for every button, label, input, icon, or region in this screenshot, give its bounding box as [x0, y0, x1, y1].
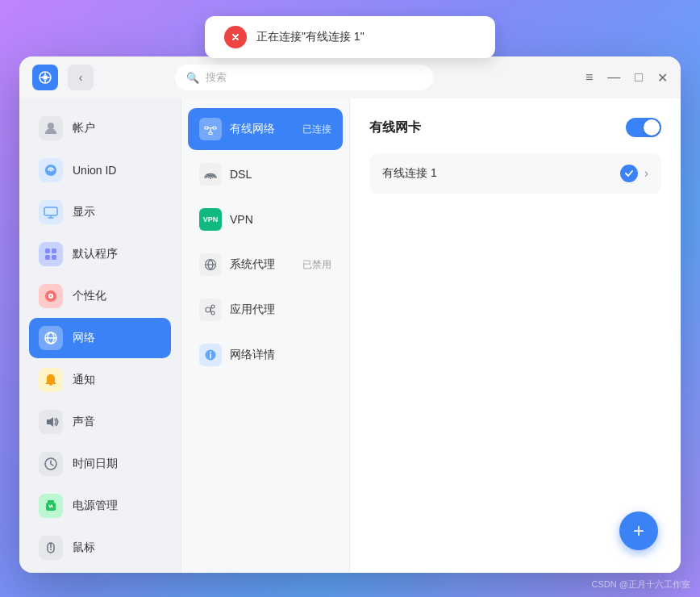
- sidebar-item-notification[interactable]: 通知: [29, 360, 171, 400]
- middle-panel: 有线网络 已连接 DSL VPN: [181, 98, 350, 573]
- right-title: 有线网卡: [369, 119, 421, 136]
- middle-label-vpn: VPN: [230, 213, 253, 226]
- middle-item-proxy-system[interactable]: 系统代理 已禁用: [188, 244, 343, 286]
- wired-badge: 已连接: [302, 123, 331, 136]
- middle-label-proxy-app: 应用代理: [230, 303, 275, 317]
- window-controls: ≡ — □ ✕: [585, 70, 668, 86]
- connection-arrow-icon: ›: [644, 166, 648, 181]
- content-area: 帐户 Union ID: [19, 98, 681, 573]
- add-icon: +: [633, 521, 644, 541]
- main-window: ‹ 🔍 搜索 ≡ — □ ✕ 帐户: [19, 56, 681, 573]
- right-panel: 有线网卡 有线连接 1 › +: [350, 98, 681, 573]
- svg-rect-25: [205, 127, 208, 129]
- right-header: 有线网卡: [369, 118, 661, 137]
- connection-label: 有线连接 1: [382, 166, 620, 181]
- middle-item-proxy-app[interactable]: 应用代理: [188, 289, 343, 331]
- middle-label-network-detail: 网络详情: [230, 348, 275, 362]
- sidebar-label-personalize: 个性化: [73, 289, 106, 303]
- middle-item-vpn[interactable]: VPN VPN: [188, 198, 343, 240]
- sidebar-item-default-apps[interactable]: 默认程序: [29, 234, 171, 274]
- back-button[interactable]: ‹: [68, 65, 94, 90]
- svg-point-18: [50, 549, 52, 550]
- middle-label-dsl: DSL: [230, 168, 252, 181]
- sidebar-label-notification: 通知: [73, 373, 95, 387]
- sidebar-label-union-id: Union ID: [73, 164, 116, 177]
- sidebar-item-power[interactable]: 电源管理: [29, 486, 171, 526]
- search-icon: 🔍: [186, 72, 199, 84]
- sidebar-label-display: 显示: [73, 205, 95, 219]
- sidebar-label-power: 电源管理: [73, 499, 118, 513]
- sidebar-item-keyboard[interactable]: 键盘和语言: [29, 570, 171, 573]
- middle-item-dsl[interactable]: DSL: [188, 153, 343, 195]
- notification-text: 正在连接"有线连接 1": [256, 30, 365, 44]
- svg-rect-5: [44, 207, 57, 215]
- connection-item-1[interactable]: 有线连接 1 ›: [369, 153, 661, 194]
- sidebar-label-default-apps: 默认程序: [73, 247, 118, 261]
- middle-label-wired: 有线网络: [230, 122, 275, 136]
- search-box[interactable]: 🔍 搜索: [175, 65, 433, 90]
- title-bar: ‹ 🔍 搜索 ≡ — □ ✕: [19, 56, 681, 98]
- svg-point-28: [210, 177, 211, 179]
- svg-point-12: [50, 295, 52, 297]
- middle-label-proxy-system: 系统代理: [230, 257, 275, 272]
- sidebar-label-datetime: 时间日期: [73, 457, 118, 471]
- svg-rect-26: [213, 127, 216, 129]
- svg-point-2: [43, 75, 48, 80]
- sidebar-item-account[interactable]: 帐户: [29, 108, 171, 148]
- minimize-button[interactable]: —: [607, 70, 620, 85]
- sidebar-item-network[interactable]: 网络: [29, 318, 171, 358]
- middle-item-wired[interactable]: 有线网络 已连接: [188, 108, 343, 150]
- svg-point-31: [211, 305, 215, 308]
- svg-rect-6: [45, 248, 50, 253]
- sidebar-label-network: 网络: [73, 331, 95, 345]
- svg-rect-7: [52, 248, 56, 253]
- sidebar-item-sound[interactable]: 声音: [29, 402, 171, 442]
- middle-item-network-detail[interactable]: 网络详情: [188, 334, 343, 376]
- sidebar-item-display[interactable]: 显示: [29, 192, 171, 232]
- sidebar-label-account: 帐户: [73, 121, 95, 136]
- svg-point-30: [206, 307, 210, 312]
- svg-rect-8: [45, 255, 50, 260]
- sidebar-item-union-id[interactable]: Union ID: [29, 150, 171, 190]
- svg-point-4: [50, 169, 52, 172]
- menu-icon[interactable]: ≡: [585, 70, 593, 85]
- sidebar-item-personalize[interactable]: 个性化: [29, 276, 171, 316]
- svg-point-3: [48, 123, 54, 129]
- sidebar: 帐户 Union ID: [19, 98, 181, 573]
- wired-nic-toggle[interactable]: [626, 118, 661, 137]
- sidebar-label-mouse: 鼠标: [73, 541, 95, 555]
- proxy-system-badge: 已禁用: [302, 258, 331, 272]
- notification-bar: 正在连接"有线连接 1": [205, 16, 495, 58]
- watermark: CSDN @正月十六工作室: [592, 578, 690, 591]
- svg-rect-9: [52, 255, 56, 260]
- svg-rect-27: [209, 132, 212, 135]
- restore-button[interactable]: □: [635, 70, 643, 85]
- search-placeholder: 搜索: [206, 70, 227, 85]
- add-connection-button[interactable]: +: [619, 511, 658, 550]
- connection-check-icon: [620, 165, 638, 182]
- sidebar-item-mouse[interactable]: 鼠标: [29, 528, 171, 568]
- svg-point-32: [211, 311, 215, 315]
- app-logo-icon: [32, 65, 58, 90]
- sidebar-label-sound: 声音: [73, 415, 95, 429]
- sidebar-item-datetime[interactable]: 时间日期: [29, 444, 171, 484]
- close-button[interactable]: ✕: [657, 70, 668, 86]
- svg-point-34: [210, 352, 211, 353]
- notification-icon: [224, 26, 247, 48]
